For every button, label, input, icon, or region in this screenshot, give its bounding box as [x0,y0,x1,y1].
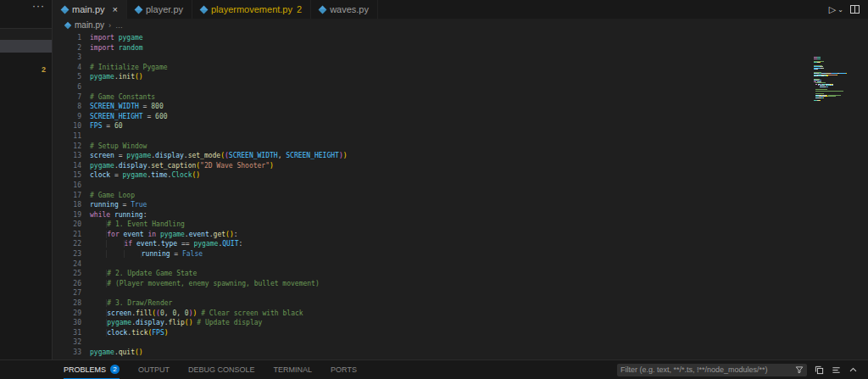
explorer-row[interactable] [0,29,52,40]
maximize-panel-icon[interactable] [849,365,858,375]
bottom-panel: PROBLEMS2OUTPUTDEBUG CONSOLETERMINALPORT… [0,359,868,379]
code-line[interactable]: 30 pygame.display.flip() # Update displa… [53,318,868,328]
code-editor[interactable]: 1import pygame2import random34# Initiali… [53,31,868,359]
indent-guide [125,250,142,258]
panel-tab-label: OUTPUT [138,365,170,374]
code-line[interactable]: 3 [53,53,868,63]
code-token: # 2. Update Game State [107,270,197,277]
minimap[interactable] [814,57,853,102]
code-line[interactable]: 24 [53,259,868,270]
panel-tab-terminal[interactable]: TERMINAL [274,360,313,379]
minimap-segment [826,86,828,87]
filter-funnel-icon[interactable] [795,365,804,374]
code-line[interactable]: 7# Game Constants [53,92,868,103]
code-token: ) [139,73,143,81]
code-line[interactable]: 29 screen.fill((0, 0, 0)) # Clear screen… [53,309,868,319]
run-python-file-button[interactable]: ▷ ⌄ [829,4,843,15]
explorer-selected-row[interactable] [0,40,52,53]
collapse-all-icon[interactable] [815,365,824,375]
tab-main-py[interactable]: main.py× [53,0,127,19]
code-line[interactable]: 9SCREEN_HEIGHT = 600 [53,112,868,122]
code-line[interactable]: 13screen = pygame.display.set_mode((SCRE… [53,151,868,161]
code-token: = [143,113,155,120]
code-token: import [90,34,114,42]
line-number: 4 [53,63,81,73]
code-line[interactable]: 33pygame.quit() [53,348,868,358]
code-token: tick [131,329,147,337]
filter-input[interactable] [620,365,795,374]
code-token: # 1. Event Handling [107,220,185,228]
code-line[interactable]: 16 [53,181,868,191]
problems-count-badge: 2 [110,365,120,374]
code-line[interactable]: 20 # 1. Event Handling [53,220,868,230]
code-token: pygame [126,152,151,159]
line-number: 27 [53,288,81,298]
code-token: pygame [160,231,185,238]
code-token: ) [270,162,274,170]
code-token: , [176,309,185,317]
panel-tab-debug-console[interactable]: DEBUG CONSOLE [188,360,255,379]
code-token: running [90,201,119,209]
breadcrumb-more[interactable]: … [115,21,123,30]
line-number: 1 [53,33,81,43]
breadcrumb-file[interactable]: main.py [75,20,104,30]
line-number: 13 [53,151,81,161]
code-line[interactable]: 4# Initialize Pygame [53,63,868,73]
code-line[interactable]: 31 clock.tick(FPS) [53,328,868,338]
minimap-segment [839,73,846,74]
code-line[interactable]: 10FPS = 60 [53,121,868,131]
view-as-table-icon[interactable] [832,365,841,375]
tab-problems-badge: 2 [297,4,302,14]
code-text: running = True [90,200,147,210]
code-text: # Setup Window [90,142,147,152]
code-line[interactable]: 15clock = pygame.time.Clock() [53,170,868,181]
code-line[interactable]: 19while running: [53,210,868,220]
tab-player-py[interactable]: player.py [127,0,192,19]
code-line[interactable]: 8SCREEN_WIDTH = 800 [53,102,868,112]
problems-filter [617,364,807,376]
code-line[interactable]: 26 # (Player movement, enemy spawning, b… [53,279,868,289]
tab-playermovement-py[interactable]: playermovement.py2 [192,0,311,19]
line-number: 18 [53,200,81,210]
code-line[interactable]: 12# Setup Window [53,142,868,152]
code-line[interactable]: 28 # 3. Draw/Render [53,298,868,309]
split-editor-icon[interactable] [850,5,860,14]
line-number: 10 [53,121,81,131]
close-icon[interactable]: × [113,4,118,14]
code-line[interactable]: 1import pygame [53,33,868,43]
code-token: Clock [171,171,192,179]
code-line[interactable]: 11 [53,131,868,142]
code-line[interactable]: 17# Game Loop [53,191,868,201]
minimap-segment [828,75,837,75]
code-line[interactable]: 22 if event.type == pygame.QUIT: [53,239,868,249]
code-line[interactable]: 2import random [53,43,868,53]
code-token: ) [164,329,169,337]
breadcrumb[interactable]: main.py › … [53,19,868,31]
code-line[interactable]: 32 [53,337,868,348]
code-line[interactable]: 21 for event in pygame.event.get(): [53,230,868,240]
panel-tab-problems[interactable]: PROBLEMS2 [64,360,120,379]
panel-tab-output[interactable]: OUTPUT [138,360,170,379]
editor-actions: ▷ ⌄ [829,0,868,19]
panel-tab-label: PROBLEMS [64,365,106,374]
code-token: import [90,44,114,52]
code-line[interactable]: 5pygame.init() [53,72,868,82]
more-actions-icon[interactable]: ··· [32,0,45,12]
code-token: pygame [123,171,147,179]
code-line[interactable]: 18running = True [53,200,868,210]
code-token: = [170,250,182,258]
code-line[interactable]: 14pygame.display.set_caption("2D Wave Sh… [53,161,868,171]
tab-waves-py[interactable]: waves.py [311,0,378,19]
code-token: 800 [151,103,163,110]
panel-tab-list: PROBLEMS2OUTPUTDEBUG CONSOLETERMINALPORT… [64,360,357,379]
code-token: clock [90,171,110,179]
code-text: pygame.display.flip() # Update display [90,318,262,328]
code-line[interactable]: 25 # 2. Update Game State [53,269,868,279]
panel-tab-ports[interactable]: PORTS [331,360,357,379]
run-dropdown-chevron-icon[interactable]: ⌄ [837,6,843,14]
code-line[interactable]: 27 [53,288,868,298]
code-line[interactable]: 23 running = False [53,249,868,259]
code-token: : [234,231,238,238]
code-line[interactable]: 6 [53,82,868,92]
breadcrumb-separator-icon: › [108,21,111,30]
